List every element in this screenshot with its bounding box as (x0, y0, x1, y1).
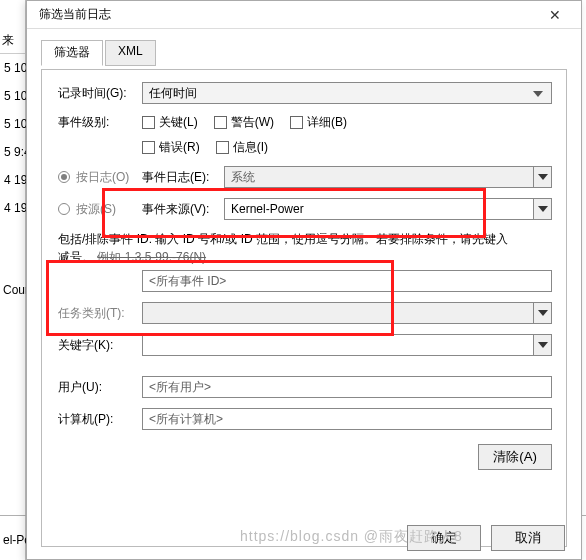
background-list: 来 5 10 5 10 5 10 5 9:4 4 19 4 19 (0, 0, 26, 560)
bg-row: 5 10 (0, 82, 25, 110)
tab-filter[interactable]: 筛选器 (41, 40, 103, 66)
dropdown-button[interactable] (533, 167, 551, 187)
bg-row: 5 10 (0, 110, 25, 138)
computer-label: 计算机(P): (58, 411, 142, 428)
dropdown-button[interactable] (533, 199, 551, 219)
checkbox-verbose[interactable]: 详细(B) (290, 114, 347, 131)
tab-xml[interactable]: XML (105, 40, 156, 66)
clear-button[interactable]: 清除(A) (478, 444, 552, 470)
cancel-button[interactable]: 取消 (491, 525, 565, 551)
computer-input[interactable] (147, 411, 547, 427)
checkbox-box-icon (214, 116, 227, 129)
close-button[interactable]: ✕ (537, 7, 573, 23)
instr-line1: 包括/排除事件 ID: 输入 ID 号和/或 ID 范围，使用逗号分隔。若要排除… (58, 232, 508, 246)
logged-label: 记录时间(G): (58, 85, 142, 102)
checkbox-error[interactable]: 错误(R) (142, 139, 200, 156)
dropdown-button[interactable] (533, 303, 551, 323)
event-sources-input[interactable] (229, 201, 547, 217)
checkbox-label: 详细(B) (307, 114, 347, 131)
computer-field[interactable] (142, 408, 552, 430)
user-field[interactable] (142, 376, 552, 398)
ok-button[interactable]: 确定 (407, 525, 481, 551)
dialog-content: 筛选器 XML 记录时间(G): 事件级别: 关键(L) 警告(W) (27, 29, 581, 559)
radio-by-log: 按日志(O) (58, 169, 142, 186)
instr-line2-prefix: 减号。 (58, 250, 94, 264)
radio-icon (58, 171, 70, 183)
event-sources-dropdown[interactable] (224, 198, 552, 220)
keywords-input[interactable] (147, 337, 547, 353)
event-logs-label: 事件日志(E): (142, 169, 224, 186)
filter-panel: 记录时间(G): 事件级别: 关键(L) 警告(W) 详细(B) 错误(R) (41, 69, 567, 547)
logged-input[interactable] (147, 85, 529, 101)
task-category-dropdown[interactable] (142, 302, 552, 324)
event-ids-field[interactable] (142, 270, 552, 292)
logged-combo[interactable] (142, 82, 552, 104)
dialog-title: 筛选当前日志 (39, 6, 537, 23)
tab-strip: 筛选器 XML (41, 39, 567, 65)
event-ids-input[interactable] (147, 273, 547, 289)
checkbox-label: 错误(R) (159, 139, 200, 156)
bg-row: 4 19 (0, 166, 25, 194)
radio-label: 按源(S) (76, 201, 116, 218)
event-logs-input[interactable] (229, 169, 547, 185)
bg-row: 5 9:4 (0, 138, 25, 166)
bg-row: 5 10 (0, 54, 25, 82)
dropdown-button[interactable] (533, 335, 551, 355)
checkbox-warning[interactable]: 警告(W) (214, 114, 274, 131)
checkbox-box-icon (216, 141, 229, 154)
keywords-dropdown[interactable] (142, 334, 552, 356)
checkbox-box-icon (290, 116, 303, 129)
task-category-input[interactable] (147, 305, 547, 321)
task-category-label: 任务类别(T): (58, 305, 142, 322)
event-sources-label: 事件来源(V): (142, 201, 224, 218)
user-input[interactable] (147, 379, 547, 395)
radio-label: 按日志(O) (76, 169, 129, 186)
checkbox-critical[interactable]: 关键(L) (142, 114, 198, 131)
bg-header-src: 来 (0, 28, 25, 54)
instr-example: 例如 1,3,5-99,-76(N) (97, 250, 206, 264)
checkbox-label: 信息(I) (233, 139, 268, 156)
user-label: 用户(U): (58, 379, 142, 396)
titlebar: 筛选当前日志 ✕ (27, 1, 581, 29)
radio-icon (58, 203, 70, 215)
level-label: 事件级别: (58, 114, 142, 131)
checkbox-box-icon (142, 141, 155, 154)
bg-row: 4 19 (0, 194, 25, 222)
chevron-down-icon (529, 86, 547, 100)
checkbox-box-icon (142, 116, 155, 129)
checkbox-information[interactable]: 信息(I) (216, 139, 268, 156)
radio-by-source: 按源(S) (58, 201, 142, 218)
id-instructions: 包括/排除事件 ID: 输入 ID 号和/或 ID 范围，使用逗号分隔。若要排除… (58, 230, 552, 266)
checkbox-label: 警告(W) (231, 114, 274, 131)
filter-dialog: 筛选当前日志 ✕ 筛选器 XML 记录时间(G): 事件级别: 关键(L) (26, 0, 582, 560)
checkbox-label: 关键(L) (159, 114, 198, 131)
keywords-label: 关键字(K): (58, 337, 142, 354)
event-logs-dropdown[interactable] (224, 166, 552, 188)
